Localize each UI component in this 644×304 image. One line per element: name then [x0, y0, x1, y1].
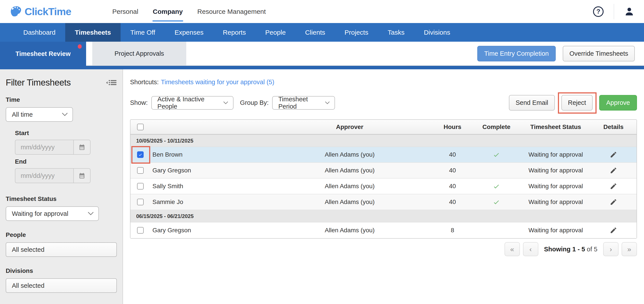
end-date-input-group [15, 168, 90, 183]
pagination-status: Showing 1 - 5 of 5 [544, 246, 598, 253]
shortcuts-label: Shortcuts: [130, 79, 159, 86]
approver-name: Allen Adams (you) [267, 227, 433, 234]
complete-column-header: Complete [472, 124, 520, 131]
timesheet-row: Gary GregsonAllen Adams (you)8Waiting fo… [130, 222, 636, 238]
tab-project-approvals[interactable]: Project Approvals [92, 42, 186, 65]
chevron-down-icon [325, 101, 330, 104]
row-checkbox[interactable] [137, 167, 144, 174]
start-date-input[interactable] [16, 140, 73, 154]
chevron-down-icon [224, 101, 228, 104]
timesheet-period-group-header: 06/15/2025 - 06/21/2025 [130, 210, 636, 222]
nav-item-reports[interactable]: Reports [213, 23, 256, 42]
row-checkbox[interactable] [137, 183, 144, 189]
next-page-button[interactable]: › [603, 242, 618, 256]
divisions-filter-select[interactable]: All selected [6, 278, 117, 293]
person-name: Sally Smith [150, 183, 267, 190]
calendar-icon [79, 172, 85, 179]
row-checkbox[interactable] [137, 151, 144, 158]
chevron-down-icon [88, 212, 94, 215]
brand-name: ClickTime [24, 5, 71, 17]
nav-item-expenses[interactable]: Expenses [165, 23, 213, 42]
details-edit-button[interactable] [591, 182, 636, 190]
shortcuts-approval-link[interactable]: Timesheets waiting for your approval (5) [161, 79, 274, 86]
last-page-button[interactable]: » [622, 242, 637, 256]
tab-timesheet-review-label: Timesheet Review [16, 50, 71, 57]
timesheet-status-label: Timesheet Status [6, 195, 117, 202]
timesheet-status-column-header: Timesheet Status [520, 124, 591, 131]
approve-button[interactable]: Approve [599, 95, 637, 111]
reject-button[interactable]: Reject [562, 95, 592, 111]
edit-pencil-icon [610, 182, 617, 190]
complete-check-icon [493, 198, 500, 206]
approver-name: Allen Adams (you) [267, 167, 433, 174]
user-account-icon[interactable] [624, 6, 634, 17]
timesheet-table: Approver Hours Complete Timesheet Status… [130, 119, 637, 239]
row-checkbox[interactable] [137, 227, 144, 234]
approver-column-header: Approver [267, 124, 433, 131]
details-edit-button[interactable] [591, 227, 636, 234]
timesheet-table-header: Approver Hours Complete Timesheet Status… [130, 120, 636, 135]
previous-page-button[interactable]: ‹ [523, 242, 538, 256]
complete-indicator [472, 151, 520, 158]
row-checkbox[interactable] [137, 199, 144, 205]
sidebar-title: Filter Timesheets [6, 78, 71, 88]
first-page-button[interactable]: « [504, 242, 520, 256]
calendar-icon [79, 144, 85, 151]
tab-timesheet-review[interactable]: Timesheet Review [0, 42, 86, 66]
groupby-select-value: Timesheet Period [278, 96, 325, 110]
primary-nav-personal[interactable]: Personal [112, 6, 138, 17]
timesheet-status-value: Waiting for approval [520, 151, 591, 158]
nav-item-people[interactable]: People [256, 23, 295, 42]
nav-item-clients[interactable]: Clients [296, 23, 335, 42]
divisions-filter-label: Divisions [6, 267, 117, 274]
timesheet-status-value: Waiting for approval [520, 198, 591, 205]
edit-pencil-icon [610, 198, 617, 206]
details-edit-button[interactable] [591, 151, 636, 158]
end-date-calendar-button[interactable] [73, 169, 90, 183]
override-timesheets-button[interactable]: Override Timesheets [563, 46, 635, 61]
timesheet-status-value: Waiting for approval [520, 167, 591, 174]
nav-item-time-off[interactable]: Time Off [120, 23, 165, 42]
clicktime-logo[interactable]: ClickTime [10, 5, 71, 18]
time-range-select[interactable]: All time [6, 107, 73, 122]
nav-item-tasks[interactable]: Tasks [378, 23, 414, 42]
nav-item-projects[interactable]: Projects [335, 23, 378, 42]
timesheet-status-select[interactable]: Waiting for approval [6, 206, 99, 221]
start-date-calendar-button[interactable] [73, 140, 90, 154]
header-divider [614, 4, 614, 19]
time-entry-completion-button[interactable]: Time Entry Completion [477, 46, 556, 61]
person-name: Ben Brown [150, 151, 267, 158]
groupby-label: Group By: [240, 99, 269, 106]
primary-nav-resource-management[interactable]: Resource Management [197, 6, 266, 17]
approver-name: Allen Adams (you) [267, 183, 433, 190]
show-select[interactable]: Active & Inactive People [151, 96, 234, 110]
end-date-input[interactable] [16, 169, 73, 183]
filter-sidebar: Filter Timesheets Time All time Start [0, 69, 123, 304]
help-icon[interactable]: ? [593, 6, 604, 17]
main-nav: DashboardTimesheetsTime OffExpensesRepor… [0, 23, 644, 42]
nav-item-dashboard[interactable]: Dashboard [14, 23, 65, 42]
divisions-filter-value: All selected [12, 282, 44, 289]
groupby-select[interactable]: Timesheet Period [272, 96, 335, 110]
time-filter-label: Time [6, 96, 117, 103]
notification-dot [78, 44, 82, 49]
primary-nav-company[interactable]: Company [152, 6, 184, 17]
primary-nav: PersonalCompanyResource Management [112, 6, 266, 17]
person-name: Gary Gregson [150, 167, 267, 174]
hours-column-header: Hours [433, 124, 472, 131]
hours-value: 40 [433, 151, 472, 158]
edit-pencil-icon [610, 227, 617, 234]
timesheet-row: Sally SmithAllen Adams (you)40Waiting fo… [130, 178, 636, 194]
end-date-label: End [15, 158, 117, 165]
edit-pencil-icon [610, 151, 617, 158]
nav-item-divisions[interactable]: Divisions [414, 23, 460, 42]
collapse-filters-icon[interactable] [106, 79, 117, 87]
select-all-checkbox[interactable] [137, 124, 144, 130]
approver-name: Allen Adams (you) [267, 151, 433, 158]
nav-item-timesheets[interactable]: Timesheets [65, 23, 121, 42]
details-edit-button[interactable] [591, 198, 636, 206]
details-edit-button[interactable] [591, 167, 636, 174]
hours-value: 40 [433, 198, 472, 205]
people-filter-select[interactable]: All selected [6, 242, 117, 257]
send-email-button[interactable]: Send Email [509, 95, 554, 111]
